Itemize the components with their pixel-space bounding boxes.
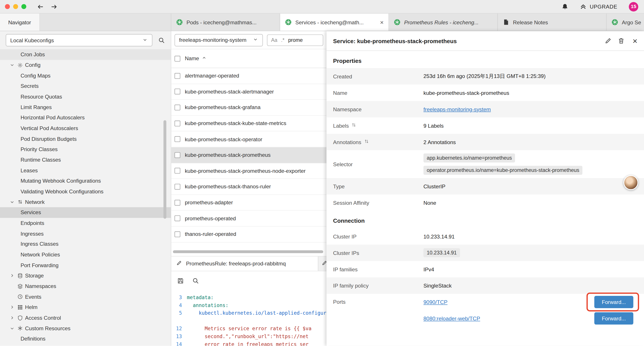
sidebar-item-leases[interactable]: Leases xyxy=(0,165,171,176)
detail-label: Ports xyxy=(333,294,424,327)
namespace-link[interactable]: freeleaps-monitoring-system xyxy=(424,106,638,112)
sidebar-item-ingresses[interactable]: Ingresses xyxy=(0,228,171,239)
sidebar-item-horizontal-pod-autoscalers[interactable]: Horizontal Pod Autoscalers xyxy=(0,112,171,123)
search-input[interactable]: Aa .* prome xyxy=(267,34,323,45)
port-link[interactable]: 9090/TCP xyxy=(424,299,448,305)
table-row-thanos-ruler-operated[interactable]: thanos-ruler-operated xyxy=(171,226,326,242)
forward-button[interactable]: Forward... xyxy=(594,296,633,308)
tab-argo-se[interactable]: Argo Se xyxy=(606,13,644,31)
table-row-alertmanager-operated[interactable]: alertmanager-operated xyxy=(171,68,326,84)
notification-count-badge[interactable]: 15 xyxy=(629,2,638,11)
table-row-kube-prometheus-stack-prometheus-node-exporter[interactable]: kube-prometheus-stack-prometheus-node-ex… xyxy=(171,163,326,179)
user-avatar[interactable] xyxy=(624,175,638,190)
detail-value: 2 Annotations xyxy=(424,136,644,148)
sidebar-item-validating-webhook-configurations[interactable]: Validating Webhook Configurations xyxy=(0,186,171,197)
sidebar-item-label: Mutating Webhook Configurations xyxy=(20,178,101,184)
back-button[interactable] xyxy=(37,3,44,10)
sidebar-item-definitions[interactable]: Definitions xyxy=(0,334,171,344)
notifications-bell-icon[interactable] xyxy=(561,3,568,10)
row-checkbox[interactable] xyxy=(174,152,180,158)
minimize-window-button[interactable] xyxy=(13,4,18,9)
table-row-kube-prometheus-stack-operator[interactable]: kube-prometheus-stack-operator xyxy=(171,131,326,147)
table-row-kube-prometheus-stack-grafana[interactable]: kube-prometheus-stack-grafana xyxy=(171,100,326,116)
row-checkbox[interactable] xyxy=(174,200,180,205)
sidebar-item-port-forwarding[interactable]: Port Forwarding xyxy=(0,260,171,271)
value-badge: operator.prometheus.io/name=kube-prometh… xyxy=(424,166,582,175)
kubeconfig-dropdown[interactable]: Local Kubeconfigs xyxy=(6,34,152,46)
sidebar-item-services[interactable]: Services xyxy=(0,207,171,218)
editor-tab-next[interactable] xyxy=(318,256,326,271)
sidebar-item-network[interactable]: Network xyxy=(0,197,171,207)
sidebar-item-endpoints[interactable]: Endpoints xyxy=(0,218,171,228)
table-row-prometheus-adapter[interactable]: prometheus-adapter xyxy=(171,195,326,211)
port-link[interactable]: 8080:reloader-web/TCP xyxy=(424,315,480,322)
sidebar-item-ingress-classes[interactable]: Ingress Classes xyxy=(0,239,171,249)
row-checkbox[interactable] xyxy=(174,73,180,79)
forward-button[interactable]: Forward... xyxy=(594,312,633,325)
regex-toggle[interactable]: .* xyxy=(281,37,284,43)
close-window-button[interactable] xyxy=(5,4,10,9)
row-checkbox[interactable] xyxy=(174,231,180,237)
editor-search-icon[interactable] xyxy=(192,277,199,284)
sidebar-item-limit-ranges[interactable]: Limit Ranges xyxy=(0,102,171,112)
row-checkbox[interactable] xyxy=(174,184,180,189)
sidebar-item-custom-resources[interactable]: Custom Resources xyxy=(0,323,171,334)
sidebar-item-pod-disruption-budgets[interactable]: Pod Disruption Budgets xyxy=(0,134,171,144)
upgrade-button[interactable]: UPGRADE xyxy=(580,3,618,10)
sidebar-item-helm[interactable]: Helm xyxy=(0,302,171,313)
row-checkbox[interactable] xyxy=(174,216,180,221)
detail-row-name: Namekube-prometheus-stack-prometheus xyxy=(326,84,644,101)
sidebar-search-icon[interactable] xyxy=(158,37,165,44)
forward-button[interactable] xyxy=(50,3,58,10)
sidebar-item-network-policies[interactable]: Network Policies xyxy=(0,249,171,260)
sidebar-item-label: Leases xyxy=(20,167,38,173)
detail-label-text: Session Affinity xyxy=(333,200,369,206)
sidebar-item-runtime-classes[interactable]: Runtime Classes xyxy=(0,155,171,165)
row-checkbox[interactable] xyxy=(174,89,180,94)
select-all-checkbox[interactable] xyxy=(174,56,180,61)
tab-services-icecheng-math[interactable]: Services - icecheng@math...× xyxy=(280,13,389,31)
sidebar-item-cron-jobs[interactable]: Cron Jobs xyxy=(0,49,171,60)
tab-close-icon[interactable]: × xyxy=(380,19,384,25)
sidebar-item-vertical-pod-autoscalers[interactable]: Vertical Pod Autoscalers xyxy=(0,123,171,134)
yaml-editor[interactable]: 3metadata:4 annotations:5 kubectl.kubern… xyxy=(171,294,326,346)
sidebar-item-namespaces[interactable]: Namespaces xyxy=(0,281,171,292)
row-checkbox[interactable] xyxy=(174,136,180,142)
vertical-scrollbar-thumb[interactable] xyxy=(164,120,166,219)
sidebar-item-mutating-webhook-configurations[interactable]: Mutating Webhook Configurations xyxy=(0,176,171,186)
table-row-prometheus-operated[interactable]: prometheus-operated xyxy=(171,211,326,226)
save-icon[interactable] xyxy=(177,277,184,284)
namespace-dropdown[interactable]: freeleaps-monitoring-system xyxy=(174,34,263,46)
sidebar-item-access-control[interactable]: Access Control xyxy=(0,313,171,323)
table-row-kube-prometheus-stack-alertmanager[interactable]: kube-prometheus-stack-alertmanager xyxy=(171,84,326,100)
row-checkbox[interactable] xyxy=(174,105,180,110)
name-column-header[interactable]: Name xyxy=(185,55,206,61)
row-checkbox[interactable] xyxy=(174,168,180,174)
navigator-tab[interactable]: Navigator xyxy=(0,13,40,31)
sidebar-item-secrets[interactable]: Secrets xyxy=(0,81,171,91)
editor-tab-prometheusrule[interactable]: PrometheusRule: freeleaps-prod-rabbitmq xyxy=(171,256,318,271)
sidebar-item-config-maps[interactable]: Config Maps xyxy=(0,70,171,81)
tab-release-notes[interactable]: Release Notes xyxy=(498,13,607,31)
sidebar-item-label: Vertical Pod Autoscalers xyxy=(20,125,78,131)
detail-value: app.kubernetes.io/name=prometheusoperato… xyxy=(424,150,644,178)
storage-icon xyxy=(17,273,25,279)
sidebar-item-resource-quotas[interactable]: Resource Quotas xyxy=(0,91,171,102)
sidebar-item-priority-classes[interactable]: Priority Classes xyxy=(0,144,171,155)
row-checkbox[interactable] xyxy=(174,120,180,126)
maximize-window-button[interactable] xyxy=(21,4,26,9)
close-icon[interactable]: × xyxy=(632,37,638,45)
sidebar-item-config[interactable]: Config xyxy=(0,60,171,70)
table-row-kube-prometheus-stack-kube-state-metrics[interactable]: kube-prometheus-stack-kube-state-metrics xyxy=(171,116,326,131)
tab-prometheus-rules-icecheng[interactable]: Prometheus Rules - icecheng... xyxy=(389,13,498,31)
horizontal-scrollbar-thumb[interactable] xyxy=(173,250,323,253)
delete-trash-icon[interactable] xyxy=(618,37,625,44)
edit-pencil-icon[interactable] xyxy=(605,37,612,44)
tab-pods-icecheng-mathmas[interactable]: Pods - icecheng@mathmas... xyxy=(171,13,280,31)
sidebar-item-events[interactable]: Events xyxy=(0,292,171,302)
table-row-kube-prometheus-stack-prometheus[interactable]: kube-prometheus-stack-prometheus xyxy=(171,147,326,163)
match-case-toggle[interactable]: Aa xyxy=(271,37,278,43)
detail-row-session-affinity: Session AffinityNone xyxy=(326,194,644,211)
table-row-kube-prometheus-stack-thanos-ruler[interactable]: kube-prometheus-stack-thanos-ruler xyxy=(171,179,326,195)
sidebar-item-storage[interactable]: Storage xyxy=(0,271,171,281)
